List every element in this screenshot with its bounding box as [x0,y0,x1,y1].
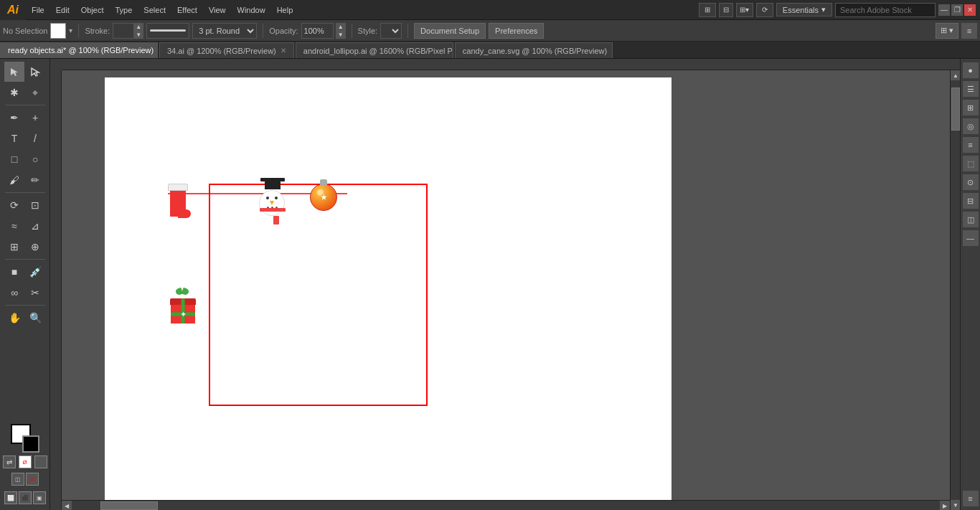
arrange-button[interactable]: ⊞ ▾ [936,23,958,39]
width-tool[interactable]: ⊿ [25,216,45,236]
pathfinder-panel-button[interactable]: ⊟ [963,193,979,209]
scale-tool[interactable]: ⊡ [25,195,45,215]
arrange-icon-4[interactable]: ⟳ [756,3,773,17]
warp-tool[interactable]: ≈ [4,216,24,236]
transform-panel-button[interactable]: ⬚ [963,156,979,171]
menu-select[interactable]: Select [138,0,171,19]
close-button[interactable]: ✕ [964,4,976,16]
tabs-bar: ready objects.ai* @ 100% (RGB/Preview) ✕… [0,42,980,59]
canvas-area[interactable]: ★ ✦ [50,59,960,510]
sep-3 [352,24,352,38]
menu-view[interactable]: View [203,0,232,19]
rotate-tool[interactable]: ⟳ [4,195,24,215]
tab-3[interactable]: candy_cane.svg @ 100% (RGB/Preview) ✕ [455,42,613,58]
tab-1[interactable]: 34.ai @ 1200% (RGB/Preview) ✕ [159,42,294,58]
tab-1-close[interactable]: ✕ [281,47,286,55]
menu-window[interactable]: Window [232,0,271,19]
preferences-button[interactable]: Preferences [489,23,544,39]
scroll-thumb[interactable] [951,88,960,131]
hscroll-thumb[interactable] [100,501,158,510]
canvas-viewport[interactable]: ★ ✦ [62,70,950,510]
document-setup-button[interactable]: Document Setup [414,23,486,39]
scroll-up-button[interactable]: ▲ [951,70,960,80]
scroll-right-button[interactable]: ▶ [940,501,950,510]
magic-wand-tool[interactable]: ✱ [4,82,24,103]
essentials-button[interactable]: Essentials ▾ [776,3,832,16]
stroke-panel-button[interactable]: — [963,230,979,246]
shape-builder-tool[interactable]: ⊕ [25,237,45,257]
direct-select-tool[interactable] [25,62,45,82]
opacity-down[interactable]: ▼ [336,31,346,39]
stroke-label: Stroke: [85,27,110,35]
ellipse-tool[interactable]: ○ [25,149,45,169]
minimize-button[interactable]: — [938,4,950,16]
stroke-type-select[interactable]: 3 pt. Round [192,23,257,39]
hscroll-track[interactable] [72,501,940,510]
gradient-mode-icon[interactable]: ◫ [11,473,24,486]
arrange-icon-2[interactable]: ⊟ [719,3,733,17]
pen-tool[interactable]: ✒ [4,108,24,128]
appearance-panel-button[interactable]: ⊙ [963,174,979,190]
scroll-track[interactable] [951,80,960,500]
style-select[interactable] [380,23,402,39]
snowman-object[interactable] [259,178,285,216]
normal-draw-icon[interactable]: ⬜ [4,491,17,504]
select-tool[interactable] [4,62,24,82]
brushes-panel-button[interactable]: ◎ [963,118,979,134]
fill-color-swatch[interactable] [50,23,66,39]
gift-object[interactable]: ✦ [170,298,196,324]
tab-3-close[interactable]: ✕ [611,47,613,55]
ornament-object[interactable]: ★ [310,179,337,217]
free-transform-tool[interactable]: ⊞ [4,237,24,257]
gradient-tool[interactable]: ■ [4,262,24,282]
draw-behind-icon[interactable]: ⬛ [19,491,32,504]
line-tool[interactable]: / [25,128,45,148]
none-mode-icon[interactable]: ☒ [26,473,39,486]
menu-file[interactable]: File [26,0,50,19]
color-icon[interactable] [34,455,47,468]
menu-edit[interactable]: Edit [50,0,75,19]
more-options-button[interactable]: ≡ [961,23,977,39]
opacity-input[interactable] [301,23,334,39]
snowman-eye-left [266,197,269,199]
arrange-icon-3[interactable]: ⊞▾ [736,3,753,17]
hand-tool[interactable]: ✋ [4,308,24,328]
restore-button[interactable]: ❐ [951,4,963,16]
stroke-input[interactable] [113,23,134,39]
menu-object[interactable]: Object [75,0,110,19]
symbols-panel-button[interactable]: ⊞ [963,100,979,115]
stroke-down[interactable]: ▼ [133,31,143,39]
brush-tool[interactable]: 🖌 [4,170,24,190]
rect-tool[interactable]: □ [4,149,24,169]
menu-type[interactable]: Type [110,0,138,19]
stroke-swatch[interactable] [22,435,39,453]
draw-inside-icon[interactable]: ▣ [33,491,46,504]
ruler-horizontal [62,59,960,70]
panel-options-button[interactable]: ≡ [963,491,979,506]
type-tool[interactable]: T [4,128,24,148]
scroll-left-button[interactable]: ◀ [62,501,72,510]
pencil-tool[interactable]: ✏ [25,170,45,190]
align-panel-button[interactable]: ≡ [963,137,979,153]
none-icon[interactable]: Ø [19,455,32,468]
tab-0[interactable]: ready objects.ai* @ 100% (RGB/Preview) ✕ [0,42,158,58]
gradient-panel-button[interactable]: ◫ [963,212,979,227]
add-anchor-tool[interactable]: + [25,108,45,128]
blend-tool[interactable]: ∞ [4,283,24,303]
eyedropper-tool[interactable]: 💉 [25,262,45,282]
layers-panel-button[interactable]: ☰ [963,81,979,97]
opacity-up[interactable]: ▲ [336,23,346,31]
menu-help[interactable]: Help [271,0,299,19]
stroke-preview[interactable] [146,23,189,39]
scissors-tool[interactable]: ✂ [25,283,45,303]
stroke-up[interactable]: ▲ [133,23,143,31]
arrange-icon-1[interactable]: ⊞ [699,3,716,17]
menu-effect[interactable]: Effect [171,0,203,19]
search-input[interactable] [835,3,936,17]
swap-colors-icon[interactable]: ⇄ [3,455,16,468]
tab-2[interactable]: android_lollipop.ai @ 1600% (RGB/Pixel P… [296,42,453,58]
lasso-tool[interactable]: ⌖ [25,82,45,103]
color-panel-button[interactable]: ● [963,62,979,78]
scroll-down-button[interactable]: ▼ [951,500,960,510]
zoom-tool[interactable]: 🔍 [25,308,45,328]
